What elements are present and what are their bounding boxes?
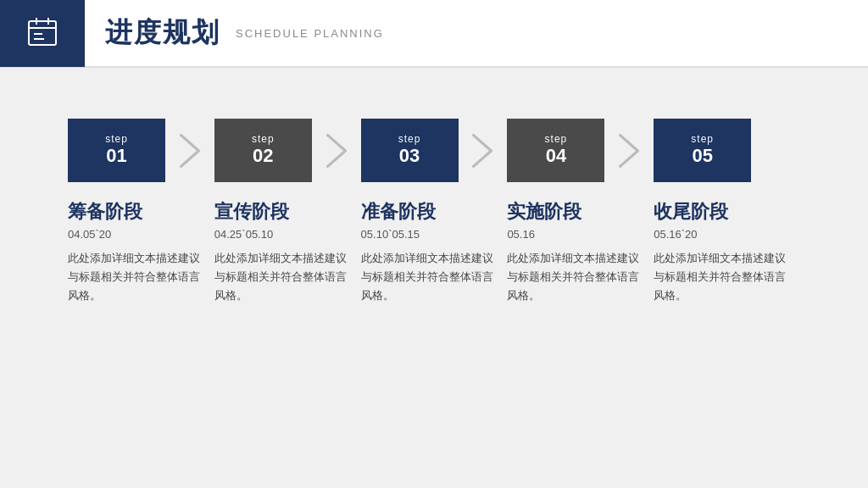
arrow-03 <box>459 119 508 182</box>
main-content: step01 筹备阶段04.05`20此处添加详细文本描述建议与标题相关并符合整… <box>0 68 868 339</box>
step-number-02: 02 <box>253 145 273 167</box>
step-number-05: 05 <box>692 145 712 167</box>
header-icon-box <box>0 0 85 67</box>
step-content-03: 准备阶段05.10`05.15此处添加详细文本描述建议与标题相关并符合整体语言风… <box>361 199 508 305</box>
step-title-02: 宣传阶段 <box>214 199 348 225</box>
step-number-01: 01 <box>106 145 126 167</box>
step-date-01: 04.05`20 <box>68 228 201 241</box>
step-title-03: 准备阶段 <box>361 199 494 225</box>
arrow-01 <box>165 119 214 182</box>
step-desc-03: 此处添加详细文本描述建议与标题相关并符合整体语言风格。 <box>361 249 494 305</box>
step-label-05: step <box>691 133 714 145</box>
arrow-02 <box>312 119 361 182</box>
step-top-05: step05 <box>654 119 800 182</box>
step-label-03: step <box>398 133 421 145</box>
step-date-03: 05.10`05.15 <box>361 228 494 241</box>
step-label-04: step <box>545 133 568 145</box>
page-title-en: SCHEDULE PLANNING <box>236 27 384 40</box>
step-item-03: step03 准备阶段05.10`05.15此处添加详细文本描述建议与标题相关并… <box>361 119 508 305</box>
step-box-05: step05 <box>654 119 751 182</box>
step-box-04: step04 <box>507 119 604 182</box>
step-content-04: 实施阶段05.16此处添加详细文本描述建议与标题相关并符合整体语言风格。 <box>507 199 654 305</box>
step-box-01: step01 <box>68 119 165 182</box>
step-title-04: 实施阶段 <box>507 199 640 225</box>
step-date-04: 05.16 <box>507 228 640 241</box>
step-content-01: 筹备阶段04.05`20此处添加详细文本描述建议与标题相关并符合整体语言风格。 <box>68 199 214 305</box>
step-content-02: 宣传阶段04.25`05.10此处添加详细文本描述建议与标题相关并符合整体语言风… <box>214 199 361 305</box>
step-box-03: step03 <box>361 119 459 182</box>
step-number-03: 03 <box>399 145 420 167</box>
step-label-01: step <box>105 133 128 145</box>
step-top-04: step04 <box>507 119 654 182</box>
step-desc-05: 此处添加详细文本描述建议与标题相关并符合整体语言风格。 <box>654 249 787 305</box>
step-date-05: 05.16`20 <box>654 228 787 241</box>
step-title-01: 筹备阶段 <box>68 199 201 225</box>
step-top-02: step02 <box>214 119 361 182</box>
step-top-01: step01 <box>68 119 214 182</box>
step-item-04: step04 实施阶段05.16此处添加详细文本描述建议与标题相关并符合整体语言… <box>507 119 654 305</box>
step-content-05: 收尾阶段05.16`20此处添加详细文本描述建议与标题相关并符合整体语言风格。 <box>654 199 800 305</box>
steps-row: step01 筹备阶段04.05`20此处添加详细文本描述建议与标题相关并符合整… <box>68 119 800 305</box>
step-title-05: 收尾阶段 <box>654 199 787 225</box>
arrow-04 <box>604 119 654 182</box>
step-desc-04: 此处添加详细文本描述建议与标题相关并符合整体语言风格。 <box>507 249 640 305</box>
step-desc-01: 此处添加详细文本描述建议与标题相关并符合整体语言风格。 <box>68 249 201 305</box>
step-date-02: 04.25`05.10 <box>214 228 348 241</box>
step-desc-02: 此处添加详细文本描述建议与标题相关并符合整体语言风格。 <box>214 249 348 305</box>
header: 进度规划 SCHEDULE PLANNING <box>0 0 868 68</box>
step-item-02: step02 宣传阶段04.25`05.10此处添加详细文本描述建议与标题相关并… <box>214 119 361 305</box>
page-title-cn: 进度规划 <box>105 14 220 52</box>
step-number-04: 04 <box>546 145 566 167</box>
step-item-05: step05收尾阶段05.16`20此处添加详细文本描述建议与标题相关并符合整体… <box>654 119 800 305</box>
step-label-02: step <box>252 133 275 145</box>
schedule-icon <box>25 16 59 50</box>
step-item-01: step01 筹备阶段04.05`20此处添加详细文本描述建议与标题相关并符合整… <box>68 119 214 305</box>
step-box-02: step02 <box>214 119 312 182</box>
step-top-03: step03 <box>361 119 508 182</box>
